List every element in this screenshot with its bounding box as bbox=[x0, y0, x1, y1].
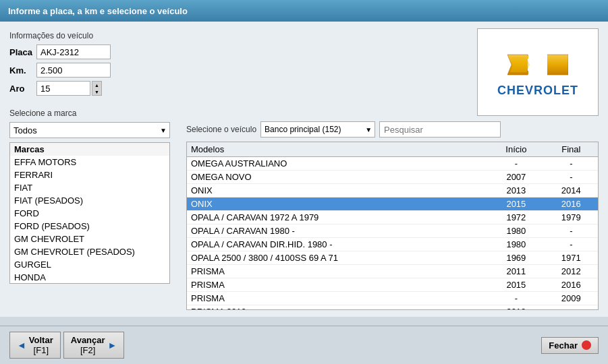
final-cell: 1971 bbox=[545, 251, 598, 265]
table-header: Modelos Início Final bbox=[187, 142, 598, 157]
brand-name-label: CHEVROLET bbox=[497, 84, 578, 98]
final-cell: - bbox=[545, 157, 598, 171]
table-row[interactable]: OPALA / CARAVAN 1980 -1980- bbox=[187, 224, 598, 238]
voltar-arrow-icon: ◄ bbox=[17, 340, 26, 351]
brand-list-item[interactable]: GURGEL bbox=[10, 258, 169, 271]
inicio-cell: 2007 bbox=[488, 171, 545, 184]
vehicle-info-label: Informações do veículo bbox=[9, 31, 111, 40]
inicio-cell: 2015 bbox=[488, 198, 545, 211]
final-cell: - bbox=[545, 305, 598, 311]
table-row[interactable]: OPALA / CARAVAN DIR.HID. 1980 -1980- bbox=[187, 238, 598, 251]
col-inicio: Início bbox=[488, 142, 545, 157]
final-cell: 2016 bbox=[545, 198, 598, 211]
table-row[interactable]: PRISMA20112012 bbox=[187, 265, 598, 278]
final-cell: 2012 bbox=[545, 265, 598, 278]
brand-list-item[interactable]: Marcas bbox=[10, 143, 169, 156]
models-table: Modelos Início Final OMEGA AUSTRALIANO--… bbox=[187, 142, 598, 310]
voltar-button[interactable]: ◄ Voltar[F1] bbox=[9, 332, 61, 359]
vehicle-dropdown[interactable]: Banco principal (152) bbox=[260, 121, 375, 138]
brand-list[interactable]: MarcasEFFA MOTORSFERRARIFIATFIAT (PESADO… bbox=[9, 142, 170, 284]
main-content: Informações do veículo Placa Km. Aro ▲ bbox=[0, 22, 608, 317]
close-dot-icon bbox=[582, 340, 591, 350]
brand-list-item[interactable]: FIAT (PESADOS) bbox=[10, 194, 169, 207]
footer-bar: ◄ Voltar[F1] Avançar[F2] ► Fechar bbox=[0, 326, 608, 364]
brand-list-item[interactable]: HONDA bbox=[10, 271, 169, 284]
table-row[interactable]: PRISMA 20102010- bbox=[187, 305, 598, 311]
table-row[interactable]: PRISMA-2009 bbox=[187, 292, 598, 305]
inicio-cell: - bbox=[488, 157, 545, 171]
km-input[interactable] bbox=[36, 63, 111, 78]
models-table-container[interactable]: Modelos Início Final OMEGA AUSTRALIANO--… bbox=[186, 142, 599, 310]
table-row[interactable]: PRISMA20152016 bbox=[187, 278, 598, 292]
placa-input[interactable] bbox=[36, 44, 111, 59]
table-row[interactable]: OMEGA NOVO2007- bbox=[187, 171, 598, 184]
model-name-cell: OPALA 2500 / 3800 / 4100SS 69 A 71 bbox=[187, 251, 488, 265]
models-tbody: OMEGA AUSTRALIANO--OMEGA NOVO2007-ONIX20… bbox=[187, 157, 598, 311]
table-row[interactable]: OPALA / CARAVAN 1972 A 197919721979 bbox=[187, 211, 598, 224]
final-cell: 2016 bbox=[545, 278, 598, 292]
fechar-button[interactable]: Fechar bbox=[541, 337, 599, 354]
nav-buttons: ◄ Voltar[F1] Avançar[F2] ► bbox=[9, 332, 124, 359]
inicio-cell: 1980 bbox=[488, 224, 545, 238]
vehicle-select-label: Selecione o veículo bbox=[186, 125, 256, 134]
km-label: Km. bbox=[9, 65, 36, 75]
brand-list-item[interactable]: EFFA MOTORS bbox=[10, 156, 169, 169]
aro-up-button[interactable]: ▲ bbox=[92, 82, 101, 88]
left-panel: Informações do veículo Placa Km. Aro ▲ bbox=[9, 28, 178, 310]
model-name-cell: OPALA / CARAVAN DIR.HID. 1980 - bbox=[187, 238, 488, 251]
final-cell: - bbox=[545, 238, 598, 251]
fechar-label: Fechar bbox=[549, 340, 578, 351]
brand-list-item[interactable]: FERRARI bbox=[10, 169, 169, 181]
model-name-cell: OMEGA NOVO bbox=[187, 171, 488, 184]
col-final: Final bbox=[545, 142, 598, 157]
aro-input[interactable] bbox=[36, 81, 90, 96]
brand-list-item[interactable]: FORD (PESADOS) bbox=[10, 220, 169, 233]
model-name-cell: OMEGA AUSTRALIANO bbox=[187, 157, 488, 171]
vehicle-select-section: Selecione o veículo Banco principal (152… bbox=[186, 121, 599, 138]
table-row[interactable]: ONIX20132014 bbox=[187, 184, 598, 198]
model-name-cell: PRISMA bbox=[187, 265, 488, 278]
brand-dropdown[interactable]: Todos bbox=[9, 122, 170, 138]
vehicle-info-box: Informações do veículo Placa Km. Aro ▲ bbox=[9, 28, 111, 102]
brand-list-item[interactable]: GM CHEVROLET bbox=[10, 233, 169, 245]
final-cell: 2009 bbox=[545, 292, 598, 305]
inicio-cell: 1969 bbox=[488, 251, 545, 265]
model-name-cell: OPALA / CARAVAN 1972 A 1979 bbox=[187, 211, 488, 224]
avancar-button[interactable]: Avançar[F2] ► bbox=[63, 332, 125, 359]
placa-label: Placa bbox=[9, 47, 36, 57]
table-row[interactable]: ONIX20152016 bbox=[187, 198, 598, 211]
model-name-cell: ONIX bbox=[187, 184, 488, 198]
search-input[interactable] bbox=[379, 121, 501, 138]
info-section-container: Informações do veículo Placa Km. Aro ▲ bbox=[9, 28, 178, 102]
aro-down-button[interactable]: ▼ bbox=[92, 88, 101, 95]
placa-row: Placa bbox=[9, 44, 111, 59]
model-name-cell: PRISMA 2010 bbox=[187, 305, 488, 311]
avancar-arrow-icon: ► bbox=[108, 340, 117, 351]
brand-select-label: Selecione a marca bbox=[9, 109, 178, 118]
km-row: Km. bbox=[9, 63, 111, 78]
inicio-cell: - bbox=[488, 292, 545, 305]
svg-marker-3 bbox=[528, 59, 544, 71]
page-title: Informe a placa, a km e selecione o veíc… bbox=[8, 6, 188, 16]
final-cell: 2014 bbox=[545, 184, 598, 198]
brand-list-item[interactable]: FIAT bbox=[10, 181, 169, 194]
chevrolet-bowtie-icon bbox=[507, 47, 568, 84]
aro-label: Aro bbox=[9, 84, 36, 94]
brand-list-item[interactable]: GM CHEVROLET (PESADOS) bbox=[10, 245, 169, 258]
col-modelos: Modelos bbox=[187, 142, 488, 157]
table-row[interactable]: OPALA 2500 / 3800 / 4100SS 69 A 71196919… bbox=[187, 251, 598, 265]
brand-dropdown-wrapper: Todos ▼ bbox=[9, 122, 170, 138]
table-row[interactable]: OMEGA AUSTRALIANO-- bbox=[187, 157, 598, 171]
brand-list-item[interactable]: FORD bbox=[10, 207, 169, 220]
inicio-cell: 2011 bbox=[488, 265, 545, 278]
inicio-cell: 2015 bbox=[488, 278, 545, 292]
model-name-cell: OPALA / CARAVAN 1980 - bbox=[187, 224, 488, 238]
inicio-cell: 1972 bbox=[488, 211, 545, 224]
voltar-label: Voltar[F1] bbox=[29, 335, 53, 355]
final-cell: - bbox=[545, 224, 598, 238]
inicio-cell: 1980 bbox=[488, 238, 545, 251]
model-name-cell: ONIX bbox=[187, 198, 488, 211]
aro-row: Aro ▲ ▼ bbox=[9, 81, 111, 96]
final-cell: - bbox=[545, 171, 598, 184]
model-name-cell: PRISMA bbox=[187, 278, 488, 292]
